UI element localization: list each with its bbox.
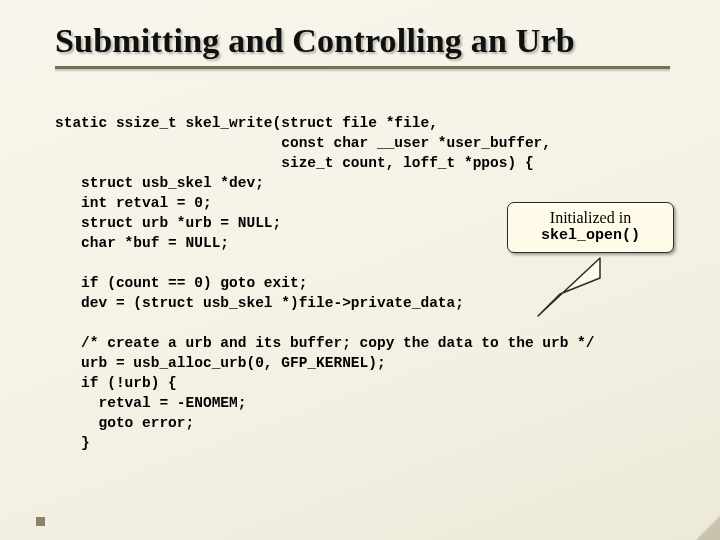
code-block-1: static ssize_t skel_write(struct file *f…	[55, 115, 551, 251]
callout-text-2: skel_open()	[518, 227, 663, 244]
code-block-2: if (count == 0) goto exit; dev = (struct…	[55, 275, 464, 311]
slide: Submitting and Controlling an Urb static…	[0, 0, 720, 540]
callout-box: Initialized in skel_open()	[507, 202, 674, 253]
code-block-3: /* create a urb and its buffer; copy the…	[55, 335, 595, 451]
footer-bullet-icon	[36, 517, 45, 526]
slide-title: Submitting and Controlling an Urb	[55, 22, 680, 60]
title-underline	[55, 66, 670, 69]
callout-pointer	[520, 256, 610, 326]
callout-text-1: Initialized in	[518, 209, 663, 227]
